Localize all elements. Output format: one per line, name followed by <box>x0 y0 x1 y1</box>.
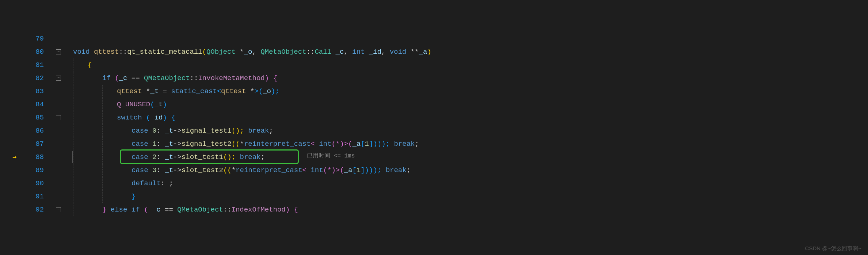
code-line-current: ➡88 case 2: _t->slot_test1(); break; 已用时… <box>0 151 868 164</box>
line-number: 79 <box>29 35 51 43</box>
line-number: 83 <box>29 87 51 95</box>
line-number: 91 <box>29 193 51 201</box>
perf-tooltip: 已用时间 <= 1ms <box>307 152 355 160</box>
line-number: 86 <box>29 127 51 135</box>
code-line: 90 default: ; <box>0 177 868 190</box>
code-line: 92− } else if ( _c == QMetaObject::Index… <box>0 203 868 216</box>
line-number: 85 <box>29 114 51 122</box>
watermark: CSDN @~怎么回事啊~ <box>805 245 861 252</box>
code-line: 83 qttest *_t = static_cast<qttest *>(_o… <box>0 85 868 98</box>
code-line: 82− if (_c == QMetaObject::InvokeMetaMet… <box>0 72 868 85</box>
code-line: 87 case 1: _t->signal_test2((*reinterpre… <box>0 137 868 151</box>
fold-toggle-icon[interactable]: − <box>56 49 61 54</box>
code-line: 91 } <box>0 190 868 203</box>
code-editor[interactable]: 79 80− void qttest::qt_static_metacall(Q… <box>0 32 868 216</box>
execution-pointer-icon: ➡ <box>12 153 17 162</box>
line-number: 80 <box>29 48 51 56</box>
code-line: 86 case 0: _t->signal_test1(); break; <box>0 124 868 137</box>
line-number: 87 <box>29 140 51 148</box>
line-number: 90 <box>29 179 51 187</box>
line-number: 89 <box>29 166 51 174</box>
line-number: 81 <box>29 61 51 69</box>
fold-toggle-icon[interactable]: − <box>56 207 61 212</box>
fold-toggle-icon[interactable]: − <box>56 76 61 81</box>
line-number: 88 <box>29 153 51 161</box>
line-number: 84 <box>29 100 51 109</box>
code-line: 81 { <box>0 58 868 72</box>
code-line: 84 Q_UNUSED(_t) <box>0 98 868 111</box>
code-line: 89 case 3: _t->slot_test2((*reinterpret_… <box>0 164 868 177</box>
current-line-highlight <box>72 151 284 163</box>
line-number: 92 <box>29 206 51 214</box>
code-line: 85− switch (_id) { <box>0 111 868 124</box>
fold-toggle-icon[interactable]: − <box>56 115 61 120</box>
line-number: 82 <box>29 74 51 82</box>
code-line: 80− void qttest::qt_static_metacall(QObj… <box>0 45 868 58</box>
code-line: 79 <box>0 32 868 45</box>
